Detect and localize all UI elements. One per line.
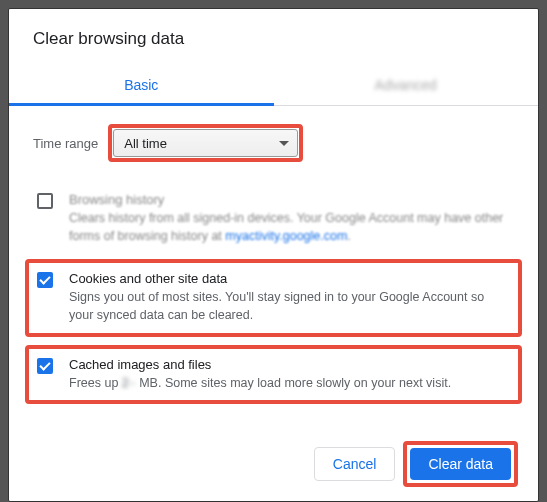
option-desc: Signs you out of most sites. You'll stay… <box>69 288 510 324</box>
option-desc: Frees up 2·· MB. Some sites may load mor… <box>69 374 510 392</box>
checkbox-browsing-history[interactable] <box>37 193 53 209</box>
myactivity-link[interactable]: myactivity.google.com <box>225 229 347 243</box>
option-cookies: Cookies and other site data Signs you ou… <box>29 263 518 332</box>
checkbox-cookies[interactable] <box>37 272 53 288</box>
dialog-footer: Cancel Clear data <box>9 429 538 501</box>
highlight-clear-button: Clear data <box>403 441 518 487</box>
highlight-time-range: All time <box>108 124 303 162</box>
checkbox-cache[interactable] <box>37 358 53 374</box>
clear-browsing-data-dialog: Clear browsing data Basic Advanced Time … <box>8 8 539 502</box>
chevron-down-icon <box>279 141 289 146</box>
option-text: Cookies and other site data Signs you ou… <box>69 271 510 324</box>
option-title: Cookies and other site data <box>69 271 510 286</box>
option-title: Browsing history <box>69 192 510 207</box>
time-range-value: All time <box>124 136 167 151</box>
clear-data-button[interactable]: Clear data <box>410 448 511 480</box>
desc-text: . <box>347 229 350 243</box>
option-title: Cached images and files <box>69 357 510 372</box>
tab-advanced[interactable]: Advanced <box>274 65 539 105</box>
time-range-label: Time range <box>33 136 98 151</box>
highlight-cookies: Cookies and other site data Signs you ou… <box>25 259 522 336</box>
dialog-title: Clear browsing data <box>9 29 538 65</box>
cache-size-value: 2·· <box>122 374 136 392</box>
option-text: Cached images and files Frees up 2·· MB.… <box>69 357 510 392</box>
option-browsing-history: Browsing history Clears history from all… <box>33 184 514 253</box>
highlight-cache: Cached images and files Frees up 2·· MB.… <box>25 345 522 404</box>
desc-text: Frees up <box>69 376 122 390</box>
tab-basic[interactable]: Basic <box>9 65 274 105</box>
tabs: Basic Advanced <box>9 65 538 106</box>
dialog-content: Time range All time Browsing history Cle… <box>9 106 538 429</box>
time-range-select[interactable]: All time <box>113 129 298 157</box>
desc-text: MB. Some sites may load more slowly on y… <box>136 376 451 390</box>
time-range-row: Time range All time <box>33 124 514 162</box>
cancel-button[interactable]: Cancel <box>314 447 396 481</box>
option-text: Browsing history Clears history from all… <box>69 192 510 245</box>
option-desc: Clears history from all signed-in device… <box>69 209 510 245</box>
option-cache: Cached images and files Frees up 2·· MB.… <box>29 349 518 400</box>
